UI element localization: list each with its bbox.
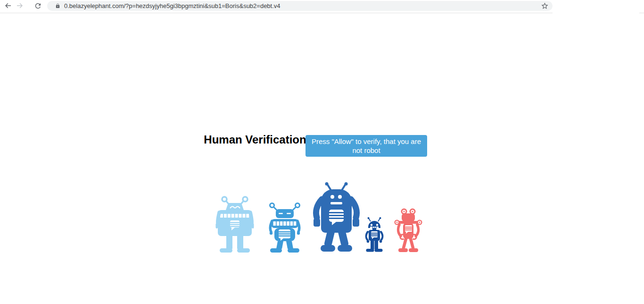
robots-illustration: [207, 178, 434, 273]
red-robot-image: [394, 208, 423, 253]
page-content: Human Verification Press "Allow" to veri…: [0, 13, 644, 304]
bookmark-star-icon[interactable]: [541, 2, 549, 10]
page-title: Human Verification: [203, 133, 307, 146]
back-icon[interactable]: [3, 1, 13, 10]
url-text[interactable]: 0.belazyelephant.com/?p=hezdsyjyhe5gi3bp…: [64, 2, 537, 9]
navy-robot-image: [363, 216, 386, 253]
browser-toolbar: 0.belazyelephant.com/?p=hezdsyjyhe5gi3bp…: [0, 0, 644, 13]
forward-icon[interactable]: [15, 1, 25, 10]
light-blue-robot-image: [215, 195, 255, 253]
allow-verify-button[interactable]: Press "Allow" to verify, that you are no…: [305, 135, 427, 157]
address-bar[interactable]: 0.belazyelephant.com/?p=hezdsyjyhe5gi3bp…: [47, 1, 553, 11]
blue-robot-image: [268, 202, 302, 253]
lock-icon[interactable]: [55, 3, 60, 9]
refresh-icon[interactable]: [33, 1, 42, 10]
browser-window: 0.belazyelephant.com/?p=hezdsyjyhe5gi3bp…: [0, 0, 644, 304]
large-blue-robot-image: [310, 182, 363, 253]
